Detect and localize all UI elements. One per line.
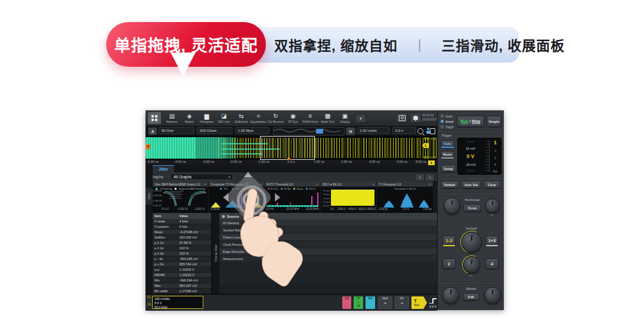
table-row[interactable]: μ ± 3σ100 % [153, 251, 211, 256]
table-row[interactable]: Mean-4.27246 mV [153, 230, 211, 235]
channel-4-selector[interactable]: 4 [494, 163, 496, 166]
tool-display[interactable]: ▣Display [336, 111, 354, 125]
channel-1-selector[interactable]: 1 [494, 140, 497, 146]
channel-3-selector[interactable]: 3 [494, 156, 496, 160]
clear-button[interactable]: Clear [484, 181, 500, 188]
channel4-button[interactable]: C4 [366, 296, 375, 309]
channel1-settings-box[interactable]: 100 mV/div 0.0 V 50.0 GHz [152, 296, 203, 309]
table-row[interactable]: p-p1.10009 V [153, 267, 211, 273]
vertical-scale-knob[interactable] [462, 232, 482, 252]
more-tools-button[interactable]: ▾ [355, 114, 366, 123]
channel-2-selector[interactable]: 2 [494, 149, 496, 153]
table-row[interactable]: StdDev320.005 mV [153, 235, 211, 240]
marker-left-knob[interactable] [442, 287, 459, 304]
tab-jitter[interactable]: Jitter [153, 165, 174, 172]
expand-icon[interactable]: ↗ [372, 182, 374, 186]
panel-bathtub[interactable]: Jitter BER Bathtub(BER-Scale) 1/2↗ TJ Ba… [153, 181, 209, 213]
expand-icon[interactable]: ↗ [316, 182, 318, 186]
table-row[interactable]: μ ± 2σ100 % [153, 246, 211, 251]
table-row[interactable]: μ - 3σ-964.285 mV [153, 256, 211, 262]
tool-clk-recover[interactable]: ↻Clk Recover [267, 111, 284, 125]
math1-button[interactable]: Math+ [378, 296, 392, 309]
zoom-button[interactable]: Zoom [463, 204, 481, 212]
timebase-overview[interactable] [273, 127, 345, 135]
marker-right-knob[interactable] [484, 287, 501, 304]
waveform-display[interactable]: T 1 600 mV -600 mV [145, 136, 437, 160]
table-row[interactable]: X scale4 bits/ [153, 219, 211, 224]
trigger-norm-label: Norm [443, 153, 451, 156]
trigger-level-tag[interactable]: T [145, 144, 150, 149]
tool-histogram[interactable]: ▆Histogram [198, 111, 215, 125]
knob-arrows-icon: ▴ ▾ [463, 274, 479, 277]
tool-rt-eye[interactable]: ◉RT Eye [284, 111, 302, 125]
tool-diff-limit[interactable]: ◪Diff Limit [215, 111, 233, 125]
tool-pam4[interactable]: ≡PAM4 Anlys [302, 111, 319, 125]
trigger-norm-button[interactable]: Norm [441, 151, 454, 159]
tool-equalization[interactable]: ≈Equalization [250, 111, 267, 125]
panels-next-button[interactable]: › [425, 174, 435, 181]
channel2-button[interactable]: C2 [342, 296, 351, 309]
pinch-gesture-label: 双指拿捏, 缩放自如 [274, 35, 398, 55]
table-row[interactable]: Bin width1.17346 mV [153, 289, 211, 294]
snapshot-button[interactable] [396, 113, 408, 123]
axis-channel-label: 1 [431, 161, 432, 165]
channel-1p3-button[interactable]: 1+3 [485, 236, 499, 246]
run-stop-button[interactable]: Run / Stop [457, 116, 484, 127]
math2-button[interactable]: M2+ [395, 296, 409, 309]
memory-depth-field[interactable]: 1.00 Mpts [235, 127, 270, 134]
search-icon[interactable] [417, 128, 423, 134]
delay-field[interactable]: 0.0 s [392, 127, 416, 134]
sample-rate-field[interactable]: 200 GSa/s [197, 127, 233, 134]
horizontal-select-button[interactable]: H [346, 127, 355, 135]
aux-selector[interactable]: Aux [493, 170, 498, 173]
expand-icon[interactable]: ↗ [204, 182, 206, 186]
radio-armd[interactable]: Armd [441, 119, 453, 124]
channel-sum-button[interactable]: C1 + C3 [354, 296, 363, 309]
panel-header[interactable]: Jitter BER Bathtub(BER-Scale) 1/2↗ [153, 181, 208, 187]
notification-button[interactable] [410, 113, 422, 123]
tool-mask-test[interactable]: ▩Mask Test [319, 111, 336, 125]
table-row[interactable]: μ ± 1σ57.88 % [153, 240, 211, 246]
table-row[interactable]: Min-546.094 mV [153, 278, 211, 283]
panel-header[interactable]: TJ Histogram 1/2↗ [377, 181, 433, 187]
tool-measure[interactable]: ▤Measure [163, 111, 181, 125]
cell-item: μ - 3σ [153, 257, 179, 261]
table-rows: X scale4 bits/ X position0 hits Mean-4.2… [153, 219, 211, 294]
single-button[interactable]: Single [487, 116, 501, 127]
horizontal-scale-knob[interactable] [444, 197, 460, 214]
tool-marker[interactable]: ◈Marker [181, 111, 198, 125]
zoom-selection-box[interactable] [260, 136, 315, 160]
radio-trigd[interactable]: Trig'd [441, 124, 453, 129]
tool-label: DeEmbed [234, 120, 247, 123]
table-row[interactable]: Max554.297 mV [153, 283, 211, 289]
expand-icon[interactable]: ↗ [429, 182, 431, 186]
channel-1-3-button[interactable]: 1-3 [442, 236, 456, 246]
tool-deembed[interactable]: ⇆DeEmbed [233, 111, 250, 125]
table-row[interactable]: FWHM1.03319 V [153, 273, 211, 278]
channel-4-button[interactable]: 4 [485, 258, 499, 269]
table-row[interactable]: X position0 hits [153, 224, 211, 230]
channel-2-button[interactable]: 2 [442, 258, 456, 269]
panels-prev-button[interactable]: ‹ [415, 174, 425, 181]
input-select-button[interactable]: A [148, 127, 157, 135]
trigger-auto-button[interactable]: Auto [441, 140, 454, 148]
panel-header[interactable]: DDJ vs Bit 1/2↗ [321, 181, 376, 187]
trigger-setup-button[interactable]: Setup [441, 165, 456, 172]
vertical-tab-jitter[interactable]: Jitter [145, 188, 153, 205]
auto-set-button[interactable]: Auto Set [461, 181, 481, 188]
default-button[interactable]: Default [441, 181, 459, 188]
user-window-icon[interactable] [426, 128, 435, 134]
vertical-position-knob[interactable] [463, 256, 480, 273]
timebase-field[interactable]: 1.00 ns/div [357, 127, 390, 134]
panel-ddj-vs-bit[interactable]: DDJ vs Bit 1/2↗ 4.0 ps 2.0 ps 0.0 ps -2.… [321, 181, 377, 213]
overview-window-marker[interactable] [316, 129, 323, 134]
mask-test-icon: ▩ [325, 113, 330, 119]
bandwidth-field[interactable]: 50 GHz [159, 127, 194, 134]
marker-edit-button[interactable]: Edit [463, 293, 479, 301]
statistics-table[interactable]: Item Value X scale4 bits/ X position0 hi… [153, 213, 211, 294]
horizontal-position-knob[interactable] [485, 199, 500, 213]
radio-auto[interactable]: Auto [441, 113, 453, 119]
apps-menu-button[interactable] [148, 112, 161, 124]
table-row[interactable]: μ + 3σ955.744 mV [153, 262, 211, 267]
panel-tj-histogram[interactable]: TJ Histogram 1/2↗ Threshold: 1.0E-12 -3.… [377, 181, 433, 213]
